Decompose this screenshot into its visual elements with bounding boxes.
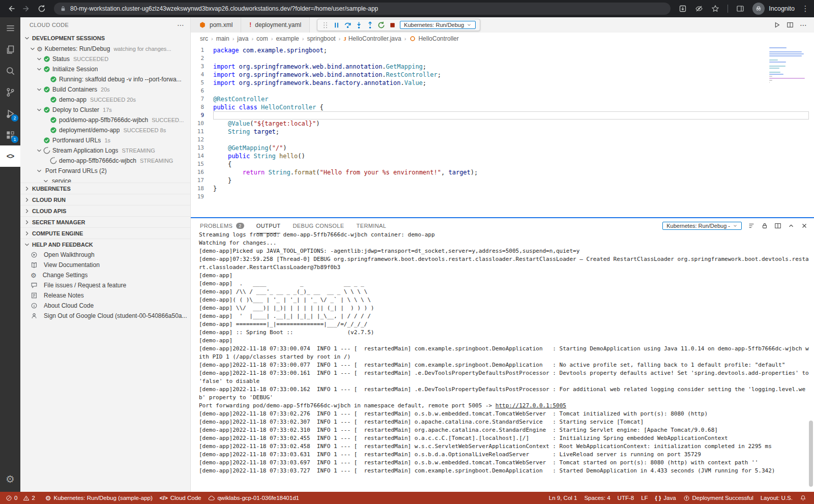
- tracking-protection-icon[interactable]: [692, 2, 706, 16]
- code-line[interactable]: 7@RestController: [191, 95, 814, 103]
- help-item[interactable]: File issues / Request a feature: [20, 280, 190, 290]
- section-secret-manager[interactable]: SECRET MANAGER: [20, 216, 190, 227]
- breadcrumb-item[interactable]: com: [256, 35, 268, 42]
- split-editor-icon[interactable]: [787, 21, 794, 28]
- drag-grip-icon[interactable]: [322, 21, 329, 29]
- code-line[interactable]: 3import org.springframework.web.bind.ann…: [191, 63, 814, 71]
- status-eol[interactable]: LF: [637, 495, 651, 501]
- breadcrumb-item[interactable]: springboot: [307, 35, 335, 42]
- tree-item[interactable]: deployment/demo-appSUCCEEDED 8s: [20, 125, 190, 135]
- code-line[interactable]: 19: [191, 193, 814, 201]
- code-line[interactable]: 2: [191, 54, 814, 63]
- code-editor[interactable]: 1package com.example.springboot;23import…: [191, 45, 814, 217]
- code-line[interactable]: 10 @Value("${target:local}"): [191, 120, 814, 128]
- install-icon[interactable]: [676, 2, 690, 16]
- step-out-icon[interactable]: [366, 21, 374, 29]
- tab-pom[interactable]: pom.xml: [191, 17, 241, 33]
- code-line[interactable]: 8public class HelloController {: [191, 103, 814, 111]
- stop-icon[interactable]: [389, 21, 396, 29]
- tree-item[interactable]: Deploy to Cluster17s: [20, 105, 190, 115]
- status-cloud-code[interactable]: </>Cloud Code: [156, 492, 205, 504]
- status-gcp-project[interactable]: qwiklabs-gcp-01-036fe18401d1: [205, 492, 302, 504]
- status-indentation[interactable]: Spaces: 4: [580, 495, 614, 501]
- output-log[interactable]: Streaming logs from pod: demo-app-5ffb76…: [191, 231, 814, 492]
- status-problems[interactable]: 02: [2, 492, 42, 504]
- lock-scroll-icon[interactable]: [761, 222, 768, 229]
- back-icon[interactable]: [4, 2, 18, 16]
- tree-item[interactable]: service: [20, 176, 190, 183]
- section-compute-engine[interactable]: COMPUTE ENGINE: [20, 227, 190, 239]
- activity-settings[interactable]: ⚙: [0, 468, 20, 490]
- section-cloud-apis[interactable]: CLOUD APIS: [20, 205, 190, 216]
- tree-item[interactable]: ⚙Kubernetes: Run/Debugwatching for chang…: [20, 44, 190, 54]
- status-keyboard-layout[interactable]: Layout: U.S.: [757, 495, 796, 501]
- port-forward-link[interactable]: http://127.0.0.1:5005: [496, 402, 566, 409]
- tree-item[interactable]: pod/demo-app-5ffb7666dc-wjbchSUCCEED...: [20, 115, 190, 125]
- breadcrumb-item[interactable]: src: [200, 35, 208, 42]
- code-line[interactable]: 5import org.springframework.beans.factor…: [191, 79, 814, 87]
- close-panel-icon[interactable]: [801, 222, 808, 229]
- side-panel-icon[interactable]: [733, 2, 747, 16]
- activity-menu[interactable]: [0, 17, 20, 39]
- section-help-and-feedback[interactable]: HELP AND FEEDBACK: [20, 239, 190, 250]
- activity-cloud-code[interactable]: <>: [0, 145, 20, 167]
- breadcrumb-item[interactable]: HelloController: [409, 35, 458, 42]
- code-line[interactable]: 6: [191, 87, 814, 95]
- debug-session-dropdown[interactable]: Kubernetes: Run/Debug: [400, 21, 476, 29]
- sidebar-more-icon[interactable]: ⋯: [177, 21, 184, 29]
- help-item[interactable]: Sign Out of Google Cloud (student-00-540…: [20, 311, 190, 321]
- help-item[interactable]: About Cloud Code: [20, 301, 190, 311]
- refresh-icon[interactable]: [35, 2, 49, 16]
- help-item[interactable]: ⚙Change Settings: [20, 270, 190, 280]
- step-into-icon[interactable]: [355, 21, 363, 29]
- status-cursor-position[interactable]: Ln 9, Col 1: [545, 495, 581, 501]
- run-icon[interactable]: [773, 21, 780, 28]
- bookmark-star-icon[interactable]: [708, 2, 722, 16]
- help-item[interactable]: View Documentation: [20, 260, 190, 270]
- output-channel-dropdown[interactable]: Kubernetes: Run/Debug -: [662, 222, 742, 230]
- code-line[interactable]: 11 String target;: [191, 128, 814, 136]
- tree-item[interactable]: StatusSUCCEEDED: [20, 54, 190, 64]
- code-line[interactable]: 4import org.springframework.web.bind.ann…: [191, 71, 814, 79]
- breadcrumb-item[interactable]: java: [237, 35, 248, 42]
- code-line[interactable]: 1package com.example.springboot;: [191, 46, 814, 54]
- panel-scrollbar[interactable]: [809, 421, 813, 487]
- status-language-java[interactable]: { }Java: [652, 495, 680, 501]
- tree-item[interactable]: Port Forward URLs (2): [20, 166, 190, 176]
- tab-deployment[interactable]: !deployment.yaml: [241, 17, 310, 33]
- breadcrumb-item[interactable]: main: [216, 35, 229, 42]
- code-line[interactable]: 13 @GetMapping("/"): [191, 144, 814, 152]
- incognito-avatar[interactable]: [752, 3, 765, 15]
- tree-item[interactable]: Running: skaffold debug -v info --port-f…: [20, 74, 190, 84]
- minimap[interactable]: [769, 47, 806, 86]
- forward-icon[interactable]: [19, 2, 34, 16]
- help-item[interactable]: Open Walkthrough: [20, 250, 190, 260]
- more-actions-icon[interactable]: ⋯: [800, 21, 807, 29]
- address-bar[interactable]: 80-my-workstation.cluster-ug6zlz43wzeksw…: [54, 3, 671, 15]
- tree-item[interactable]: demo-app-5ffb7666dc-wjbchSTREAMING: [20, 156, 190, 166]
- open-in-editor-icon[interactable]: [774, 222, 781, 229]
- section-development-sessions[interactable]: DEVELOPMENT SESSIONS: [20, 33, 190, 44]
- code-line[interactable]: 14 public String hello(): [191, 152, 814, 160]
- breadcrumb-item[interactable]: JHelloController.java: [343, 35, 401, 42]
- status-notifications[interactable]: [796, 495, 810, 501]
- activity-extensions[interactable]: 1: [0, 124, 20, 145]
- status-deployment-status[interactable]: Deployment Successful: [680, 495, 757, 501]
- code-line[interactable]: 12: [191, 136, 814, 144]
- help-item[interactable]: Release Notes: [20, 290, 190, 301]
- maximize-panel-icon[interactable]: [788, 222, 795, 229]
- activity-explorer[interactable]: [0, 39, 20, 60]
- status-encoding[interactable]: UTF-8: [614, 495, 638, 501]
- activity-source-control[interactable]: [0, 81, 20, 103]
- tree-item[interactable]: demo-appSUCCEEDED 20s: [20, 95, 190, 105]
- tree-item[interactable]: Stream Application LogsSTREAMING: [20, 145, 190, 156]
- browser-menu-kebab-icon[interactable]: ⋮: [801, 4, 810, 13]
- status-kubernetes-session[interactable]: ⚙Kubernetes: Run/Debug (sample-app): [42, 492, 156, 504]
- code-line[interactable]: 15 {: [191, 160, 814, 168]
- tree-item[interactable]: Build Containers20s: [20, 84, 190, 95]
- code-line[interactable]: 16 return String.format("Hello from your…: [191, 168, 814, 176]
- step-over-icon[interactable]: [344, 21, 352, 29]
- code-line[interactable]: 17 }: [191, 176, 814, 185]
- activity-run-debug[interactable]: 2: [0, 103, 20, 124]
- section-kubernetes[interactable]: KUBERNETES: [20, 183, 190, 194]
